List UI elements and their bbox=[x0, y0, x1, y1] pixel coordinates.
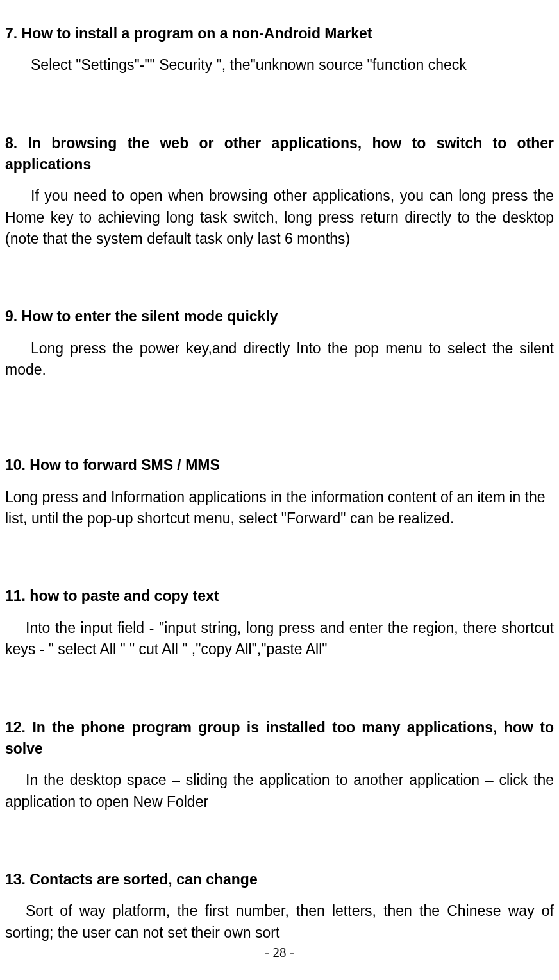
faq-body: In the desktop space – sliding the appli… bbox=[5, 770, 554, 813]
faq-heading: 11. how to paste and copy text bbox=[5, 586, 554, 607]
faq-section-7: 7. How to install a program on a non-And… bbox=[5, 23, 554, 76]
faq-body: Long press the power key,and directly In… bbox=[5, 338, 554, 381]
faq-section-12: 12. In the phone program group is instal… bbox=[5, 717, 554, 813]
faq-heading: 9. How to enter the silent mode quickly bbox=[5, 306, 554, 327]
faq-section-11: 11. how to paste and copy text Into the … bbox=[5, 586, 554, 660]
faq-body: Into the input field - "input string, lo… bbox=[5, 618, 554, 661]
page-number: - 28 - bbox=[0, 945, 559, 961]
faq-heading: 10. How to forward SMS / MMS bbox=[5, 455, 554, 476]
faq-body: If you need to open when browsing other … bbox=[5, 185, 554, 249]
faq-heading: 13. Contacts are sorted, can change bbox=[5, 869, 554, 890]
faq-heading: 7. How to install a program on a non-And… bbox=[5, 23, 554, 44]
faq-section-10: 10. How to forward SMS / MMS Long press … bbox=[5, 455, 554, 529]
faq-section-9: 9. How to enter the silent mode quickly … bbox=[5, 306, 554, 380]
faq-body: Select "Settings"-"" Security ", the"unk… bbox=[5, 55, 554, 76]
faq-section-8: 8. In browsing the web or other applicat… bbox=[5, 133, 554, 250]
faq-body: Long press and Information applications … bbox=[5, 487, 554, 530]
faq-heading: 12. In the phone program group is instal… bbox=[5, 717, 554, 760]
faq-heading: 8. In browsing the web or other applicat… bbox=[5, 133, 554, 176]
faq-body: Sort of way platform, the first number, … bbox=[5, 900, 554, 943]
faq-section-13: 13. Contacts are sorted, can change Sort… bbox=[5, 869, 554, 943]
